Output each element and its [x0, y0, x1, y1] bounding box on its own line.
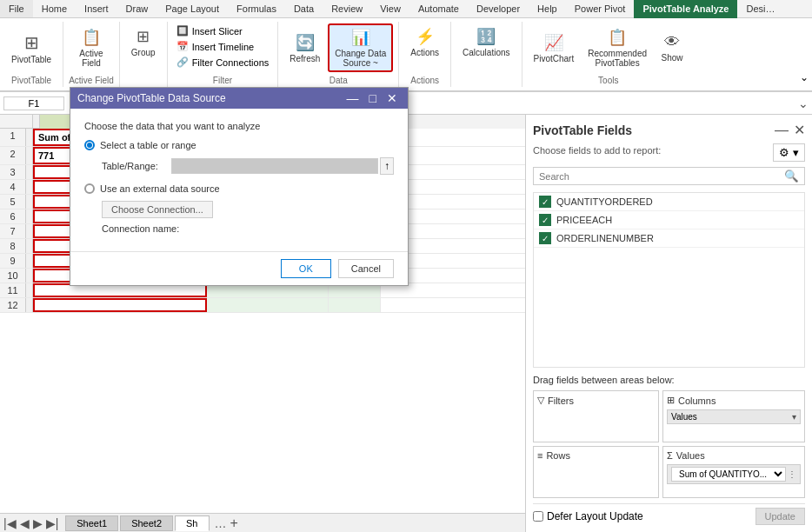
tab-draw[interactable]: Draw: [117, 0, 157, 17]
values-dropdown[interactable]: Sum of QUANTITYO...: [671, 467, 786, 482]
dialog-title-bar: Change PivotTable Data Source — □ ✕: [70, 88, 408, 109]
panel-gear-btn[interactable]: ⚙ ▾: [773, 143, 805, 162]
dialog-minimize-btn[interactable]: —: [343, 91, 363, 105]
cell-reference-input[interactable]: [3, 96, 64, 110]
data-buttons: 🔄 Refresh 📊 Change DataSource ~: [283, 23, 393, 72]
active-field-button[interactable]: 📋 ActiveField: [73, 24, 109, 71]
table-range-label: Table/Range:: [102, 161, 171, 171]
scroll-spacer: [26, 269, 33, 283]
insert-timeline-btn[interactable]: 📅 Insert Timeline: [173, 39, 273, 54]
tab-insert[interactable]: Insert: [76, 0, 117, 17]
values-item-sum[interactable]: Sum of QUANTITYO... ⋮: [667, 464, 801, 484]
conn-name-label: Connection name:: [102, 223, 179, 234]
show-button[interactable]: 👁 Show: [655, 30, 689, 66]
row-number: 12: [0, 298, 26, 312]
defer-checkbox-row: Defer Layout Update: [533, 510, 643, 522]
tab-developer[interactable]: Developer: [468, 0, 529, 17]
tab-help[interactable]: Help: [529, 0, 566, 17]
sheet-nav-next[interactable]: ▶: [33, 516, 43, 530]
tools-group-label: Tools: [598, 72, 618, 85]
tab-design[interactable]: Desi…: [737, 0, 783, 17]
scroll-spacer: [26, 239, 33, 253]
recommended-pivottables-button[interactable]: 📋 RecommendedPivotTables: [582, 24, 653, 71]
cell-h-12[interactable]: [329, 298, 381, 312]
right-panel: PivotTable Fields — ✕ Choose fields to a…: [525, 115, 812, 532]
tab-data[interactable]: Data: [285, 0, 323, 17]
search-icon-btn[interactable]: 🔍: [779, 168, 804, 184]
columns-item-arrow[interactable]: ▾: [792, 412, 796, 422]
cell-f-12[interactable]: [33, 298, 207, 312]
drag-label: Drag fields between areas below:: [533, 375, 805, 385]
sheet-add-btn[interactable]: +: [230, 515, 238, 531]
panel-header: PivotTable Fields — ✕: [533, 122, 805, 138]
calculations-label: Calculations: [463, 48, 509, 57]
cell-g-12[interactable]: [207, 298, 329, 312]
dialog-close-btn[interactable]: ✕: [383, 91, 401, 105]
timeline-icon: 📅: [176, 41, 189, 52]
radio-option2[interactable]: [84, 183, 95, 194]
refresh-icon: 🔄: [296, 33, 315, 52]
defer-checkbox[interactable]: [533, 511, 543, 522]
sheet-nav-controls: |◀ ◀ ▶ ▶|: [3, 516, 58, 530]
pivottable-buttons: ⊞ PivotTable: [5, 23, 57, 72]
tab-power-pivot[interactable]: Power Pivot: [566, 0, 635, 17]
row-number: 10: [0, 269, 26, 283]
refresh-button[interactable]: 🔄 Refresh: [283, 30, 326, 67]
filters-icon: ▽: [537, 395, 544, 406]
search-input[interactable]: [534, 169, 779, 184]
sheet-tab-sh[interactable]: Sh: [175, 515, 209, 531]
sheet-tab-sheet2[interactable]: Sheet2: [120, 515, 173, 531]
filter-connections-btn[interactable]: 🔗 Filter Connections: [173, 55, 273, 70]
pivottable-button[interactable]: ⊞ PivotTable: [5, 29, 57, 68]
table-range-input[interactable]: [171, 158, 378, 174]
pivot-chart-button[interactable]: 📈 PivotChart: [528, 30, 581, 67]
row-number: 2: [0, 147, 26, 164]
area-filters: ▽ Filters: [533, 390, 659, 442]
dialog-cancel-btn[interactable]: Cancel: [338, 259, 394, 278]
tab-review[interactable]: Review: [323, 0, 371, 17]
update-button[interactable]: Update: [755, 508, 805, 525]
change-data-source-button[interactable]: 📊 Change DataSource ~: [328, 23, 393, 72]
sheet-tab-sheet1[interactable]: Sheet1: [65, 515, 118, 531]
actions-button[interactable]: ⚡ Actions: [404, 23, 445, 61]
ribbon-expand[interactable]: ⌄: [796, 22, 812, 87]
dialog-desc: Choose the data that you want to analyze: [84, 121, 394, 131]
field-name-label: QUANTITYORDERED: [556, 196, 653, 207]
filter-col: 🔲 Insert Slicer 📅 Insert Timeline 🔗 Filt…: [173, 23, 273, 70]
sheet-nav-first[interactable]: |◀: [3, 516, 17, 530]
change-source-icon: 📊: [351, 28, 370, 47]
radio-option1[interactable]: [84, 140, 95, 150]
choose-connection-btn[interactable]: Choose Connection...: [102, 201, 213, 218]
columns-item-values[interactable]: Values ▾: [667, 409, 801, 424]
dialog-maximize-btn[interactable]: □: [366, 91, 380, 105]
tab-automate[interactable]: Automate: [409, 0, 468, 17]
tab-page-layout[interactable]: Page Layout: [156, 0, 228, 17]
sheet-nav-last[interactable]: ▶|: [46, 516, 59, 530]
area-values: Σ Values Sum of QUANTITYO... ⋮: [662, 446, 805, 498]
group-button[interactable]: ⊞ Group: [125, 23, 162, 61]
tab-view[interactable]: View: [371, 0, 409, 17]
ribbon-group-filter: 🔲 Insert Slicer 📅 Insert Timeline 🔗 Filt…: [168, 22, 279, 87]
tab-pivottable-analyze[interactable]: PivotTable Analyze: [634, 0, 737, 18]
field-checkbox[interactable]: ✓: [539, 196, 551, 208]
actions-group-label: Actions: [410, 72, 439, 85]
option2-label: Use an external data source: [100, 183, 220, 194]
calculations-button[interactable]: 🔢 Calculations: [456, 23, 516, 61]
tab-file[interactable]: File: [0, 0, 33, 17]
row-number: 8: [0, 239, 26, 253]
panel-close-btn[interactable]: ✕: [794, 122, 805, 138]
dialog-ok-btn[interactable]: OK: [281, 259, 331, 278]
formula-bar-expand[interactable]: ⌄: [798, 96, 809, 110]
sheet-nav-prev[interactable]: ◀: [20, 516, 30, 530]
table-range-collapse-btn[interactable]: ↑: [380, 157, 394, 175]
tab-formulas[interactable]: Formulas: [228, 0, 285, 17]
values-item-arrow[interactable]: ⋮: [788, 469, 796, 479]
scroll-spacer: [26, 165, 33, 179]
panel-collapse-btn[interactable]: —: [775, 122, 789, 138]
sheet-more-btn[interactable]: …: [215, 516, 227, 530]
field-checkbox[interactable]: ✓: [539, 214, 551, 226]
tab-home[interactable]: Home: [33, 0, 76, 17]
field-checkbox[interactable]: ✓: [539, 232, 551, 244]
slicer-icon: 🔲: [176, 25, 189, 37]
insert-slicer-btn[interactable]: 🔲 Insert Slicer: [173, 23, 273, 38]
